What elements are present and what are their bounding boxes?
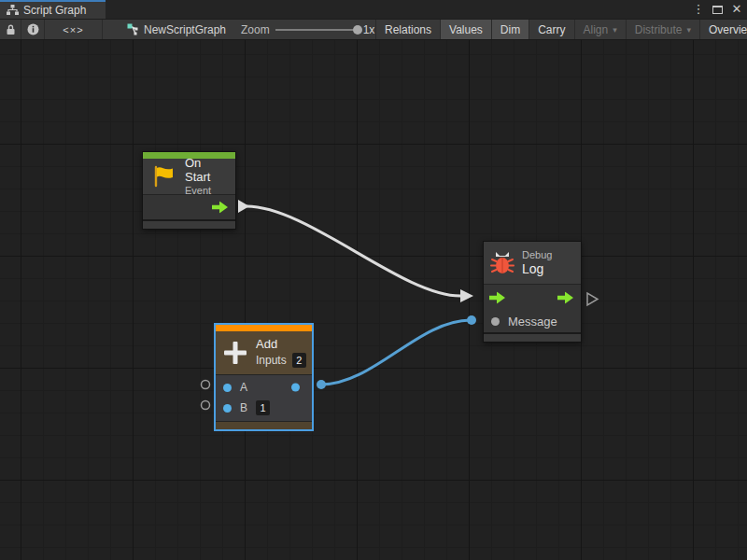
code-view-button[interactable]: <×> bbox=[45, 20, 103, 39]
node-title: On Start bbox=[185, 157, 230, 185]
graph-name-label: NewScriptGraph bbox=[144, 23, 226, 36]
dim-button[interactable]: Dim bbox=[491, 20, 529, 39]
node-title: Log bbox=[522, 261, 552, 276]
values-button[interactable]: Values bbox=[440, 20, 491, 39]
chevron-down-icon: ▾ bbox=[686, 25, 691, 35]
carry-button[interactable]: Carry bbox=[529, 20, 573, 39]
relations-button[interactable]: Relations bbox=[375, 20, 440, 39]
unconnected-port-indicator-b[interactable] bbox=[202, 401, 210, 410]
node-subtitle: Debug bbox=[522, 249, 552, 261]
overview-button[interactable]: Overview bbox=[699, 20, 747, 39]
zoom-label: Zoom bbox=[241, 23, 270, 36]
wire-trigger-source-arrow bbox=[238, 200, 249, 213]
graph-asset-icon bbox=[127, 23, 139, 35]
title-bar: Script Graph ⋮ ✕ bbox=[0, 0, 747, 19]
distribute-dropdown[interactable]: Distribute ▾ bbox=[626, 20, 699, 39]
node-footer bbox=[484, 332, 581, 342]
wire-trigger[interactable] bbox=[247, 206, 460, 296]
wire-value-source-dot bbox=[317, 380, 326, 389]
math-accent-bar bbox=[216, 325, 312, 331]
input-port-a[interactable] bbox=[223, 384, 232, 392]
info-icon bbox=[27, 23, 39, 35]
unconnected-port-indicator-a[interactable] bbox=[202, 381, 210, 389]
port-label-a: A bbox=[240, 381, 247, 394]
unconnected-trigger-indicator[interactable] bbox=[587, 293, 598, 305]
script-graph-icon bbox=[7, 5, 19, 16]
zoom-slider-handle[interactable] bbox=[353, 25, 362, 35]
chevron-down-icon: ▾ bbox=[613, 25, 617, 35]
tab-title: Script Graph bbox=[23, 4, 86, 17]
lock-button[interactable] bbox=[0, 20, 21, 39]
node-title: Add bbox=[256, 338, 306, 352]
trigger-input-port[interactable] bbox=[489, 291, 506, 303]
lock-icon bbox=[6, 24, 16, 35]
port-label-b: B bbox=[240, 401, 247, 414]
code-icon: <×> bbox=[63, 24, 83, 35]
align-dropdown[interactable]: Align ▾ bbox=[574, 20, 626, 39]
window-menu-icon[interactable]: ⋮ bbox=[692, 0, 705, 19]
node-footer bbox=[143, 219, 235, 229]
node-add[interactable]: Add Inputs 2 A B 1 bbox=[214, 323, 314, 431]
inputs-label: Inputs bbox=[256, 355, 287, 368]
close-icon[interactable]: ✕ bbox=[730, 0, 743, 19]
port-b-value-field[interactable]: 1 bbox=[256, 400, 270, 415]
graph-toolbar: <×> NewScriptGraph Zoom 1x Relations Val… bbox=[0, 19, 747, 40]
zoom-value: 1x bbox=[363, 23, 375, 36]
trigger-output-port[interactable] bbox=[557, 291, 574, 303]
node-debug-log[interactable]: Debug Log Message bbox=[483, 241, 582, 343]
port-label-message: Message bbox=[508, 315, 557, 329]
wire-value-dest-dot bbox=[467, 315, 476, 325]
tab-script-graph[interactable]: Script Graph bbox=[0, 0, 106, 19]
trigger-output-port[interactable] bbox=[212, 202, 229, 214]
graph-canvas[interactable]: On Start Event bbox=[0, 40, 747, 560]
node-footer bbox=[216, 421, 312, 429]
wires-layer bbox=[0, 40, 747, 560]
bug-icon bbox=[490, 250, 514, 275]
inputs-count-field[interactable]: 2 bbox=[292, 353, 306, 368]
node-on-start[interactable]: On Start Event bbox=[142, 151, 236, 230]
wire-trigger-dest-arrow bbox=[460, 289, 473, 302]
sum-output-port[interactable] bbox=[291, 384, 300, 392]
wire-value[interactable] bbox=[321, 320, 471, 385]
input-port-b[interactable] bbox=[223, 404, 232, 413]
plus-icon bbox=[223, 341, 247, 365]
zoom-slider[interactable] bbox=[275, 29, 358, 31]
maximize-icon[interactable] bbox=[712, 6, 723, 14]
flag-icon bbox=[152, 165, 176, 188]
message-input-port[interactable] bbox=[491, 317, 500, 326]
graph-name-button[interactable]: NewScriptGraph bbox=[127, 20, 226, 39]
info-button[interactable] bbox=[21, 20, 45, 39]
